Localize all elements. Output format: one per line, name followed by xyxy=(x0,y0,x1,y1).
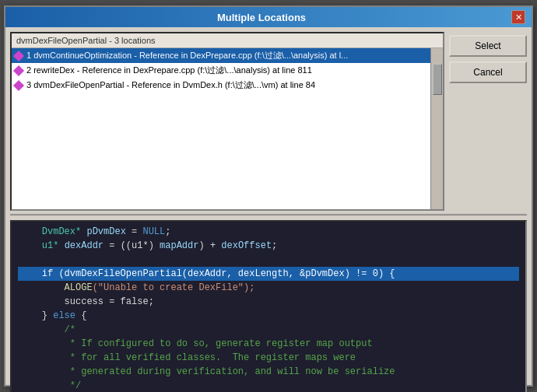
code-scroll[interactable]: DvmDex* pDvmDex = NULL; u1* dexAddr = ((… xyxy=(12,222,525,392)
list-item-text: 1 dvmContinueOptimization - Reference in… xyxy=(26,50,348,61)
cancel-button[interactable]: Cancel xyxy=(449,61,527,83)
code-line: u1* dexAddr = ((u1*) mapAddr) + dexOffse… xyxy=(18,239,519,253)
dialog-body: dvmDexFileOpenPartial - 3 locations 1 dv… xyxy=(5,27,532,392)
diamond-icon xyxy=(13,65,24,75)
code-line: } else { xyxy=(18,309,519,323)
select-button[interactable]: Select xyxy=(449,35,527,57)
buttons-panel: Select Cancel xyxy=(449,32,527,211)
list-item[interactable]: 1 dvmContinueOptimization - Reference in… xyxy=(12,48,430,63)
multiple-locations-dialog: Multiple Locations ✕ dvmDexFileOpenParti… xyxy=(4,5,533,387)
dialog-title: Multiple Locations xyxy=(12,12,511,23)
code-line: DvmDex* pDvmDex = NULL; xyxy=(18,225,519,239)
code-line: * If configured to do so, generate regis… xyxy=(18,337,519,351)
divider xyxy=(10,214,527,217)
code-panel: DvmDex* pDvmDex = NULL; u1* dexAddr = ((… xyxy=(10,220,527,392)
list-item-text: 2 rewriteDex - Reference in DexPrepare.c… xyxy=(26,65,312,76)
list-item-text: 3 dvmDexFileOpenPartial - Reference in D… xyxy=(26,79,315,91)
list-item[interactable]: 3 dvmDexFileOpenPartial - Reference in D… xyxy=(12,78,430,93)
code-line: * for all verified classes. The register… xyxy=(18,351,519,365)
list-items[interactable]: 1 dvmContinueOptimization - Reference in… xyxy=(12,48,430,209)
code-line: ALOGE("Unable to create DexFile"); xyxy=(18,281,519,295)
title-bar: Multiple Locations ✕ xyxy=(5,7,532,27)
code-line: */ xyxy=(18,379,519,392)
code-line xyxy=(18,253,519,267)
list-scroll-wrap: 1 dvmContinueOptimization - Reference in… xyxy=(12,48,443,209)
code-line: success = false; xyxy=(18,295,519,309)
top-section: dvmDexFileOpenPartial - 3 locations 1 dv… xyxy=(10,32,527,211)
list-header: dvmDexFileOpenPartial - 3 locations xyxy=(12,33,443,48)
locations-list-panel: dvmDexFileOpenPartial - 3 locations 1 dv… xyxy=(10,32,444,211)
scrollbar-thumb[interactable] xyxy=(433,64,442,95)
code-line: * generated during verification, and wil… xyxy=(18,365,519,379)
list-scrollbar[interactable] xyxy=(430,48,443,209)
diamond-icon xyxy=(13,79,24,90)
code-line: if (dvmDexFileOpenPartial(dexAddr, dexLe… xyxy=(18,267,519,281)
list-item[interactable]: 2 rewriteDex - Reference in DexPrepare.c… xyxy=(12,63,430,78)
close-button[interactable]: ✕ xyxy=(511,10,525,24)
code-line: /* xyxy=(18,323,519,337)
diamond-icon xyxy=(13,50,24,61)
